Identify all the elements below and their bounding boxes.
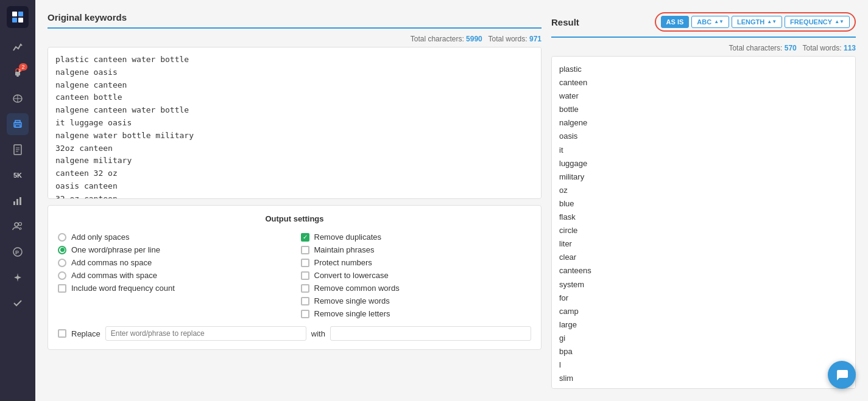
setting-add-only-spaces[interactable]: Add only spaces xyxy=(58,231,289,243)
sidebar-item-print[interactable] xyxy=(7,113,29,135)
result-list: plastic canteen water bottle nalgene oas… xyxy=(551,56,856,389)
with-label: with xyxy=(311,329,325,338)
sidebar-logo[interactable] xyxy=(7,6,29,28)
sidebar-item-5k[interactable]: 5K xyxy=(7,164,29,186)
setting-protect-numbers[interactable]: Protect numbers xyxy=(301,256,532,269)
frequency-arrows: ▲▼ xyxy=(834,19,844,24)
sort-as-is-button[interactable]: AS IS xyxy=(661,16,690,28)
sidebar-item-check[interactable] xyxy=(7,292,29,314)
result-title: Result xyxy=(551,17,579,27)
alerts-badge: 2 xyxy=(19,63,27,71)
replace-checkbox[interactable] xyxy=(58,329,66,338)
checkbox-convert-lowercase[interactable] xyxy=(301,271,309,280)
label-remove-duplicates: Remove duplicates xyxy=(314,232,382,242)
label-one-word-per-line: One word/phrase per line xyxy=(71,245,160,254)
result-item: flask xyxy=(559,211,848,224)
setting-remove-duplicates[interactable]: ✓ Remove duplicates xyxy=(301,231,532,243)
svg-rect-0 xyxy=(12,12,17,16)
label-add-only-spaces: Add only spaces xyxy=(71,232,129,242)
checkbox-maintain-phrases[interactable] xyxy=(301,246,309,254)
svg-point-22 xyxy=(15,223,18,226)
result-item: plastic xyxy=(559,63,848,76)
label-remove-single-words: Remove single words xyxy=(314,296,390,305)
original-stats: Total characters: 5990 Total words: 971 xyxy=(48,31,542,47)
checkbox-include-word-frequency[interactable] xyxy=(58,284,66,293)
settings-grid: Add only spaces One word/phrase per line… xyxy=(58,231,531,320)
setting-maintain-phrases[interactable]: Maintain phrases xyxy=(301,243,532,256)
sidebar-item-document[interactable] xyxy=(7,139,29,161)
keywords-textarea[interactable]: plastic canteen water bottle nalgene oas… xyxy=(48,47,542,199)
sidebar-item-users[interactable] xyxy=(7,215,29,237)
checkbox-protect-numbers[interactable] xyxy=(301,259,309,267)
sort-length-button[interactable]: LENGTH ▲▼ xyxy=(732,16,782,28)
setting-include-word-frequency[interactable]: Include word frequency count xyxy=(58,282,289,295)
chat-button[interactable] xyxy=(828,361,856,389)
sidebar-item-analytics[interactable] xyxy=(7,37,29,58)
label-add-commas-no-space: Add commas no space xyxy=(71,258,152,267)
total-words-value-result: 113 xyxy=(844,44,856,52)
result-item: bpa xyxy=(559,345,848,358)
result-item: water xyxy=(559,89,848,103)
setting-convert-lowercase[interactable]: Convert to lowercase xyxy=(301,269,532,282)
checkbox-remove-duplicates[interactable]: ✓ xyxy=(301,233,309,242)
radio-one-word-per-line[interactable] xyxy=(58,246,66,254)
sidebar-item-chart[interactable] xyxy=(7,190,29,212)
result-item: canteens xyxy=(559,264,848,277)
checkbox-remove-single-letters[interactable] xyxy=(301,310,309,318)
result-item: bottle xyxy=(559,103,848,116)
total-chars-label-orig: Total characters: xyxy=(411,35,464,43)
svg-rect-7 xyxy=(15,72,20,75)
result-item: oasis xyxy=(559,130,848,143)
setting-remove-single-words[interactable]: Remove single words xyxy=(301,295,532,307)
result-item: liter xyxy=(559,237,848,251)
setting-add-commas-with-space[interactable]: Add commas with space xyxy=(58,269,289,282)
settings-left-col: Add only spaces One word/phrase per line… xyxy=(58,231,289,320)
result-item: blue xyxy=(559,197,848,211)
svg-rect-19 xyxy=(13,201,15,205)
replace-label: Replace xyxy=(71,329,101,338)
svg-rect-1 xyxy=(18,12,23,16)
sort-abc-button[interactable]: ABC ▲▼ xyxy=(691,16,729,28)
output-settings-title: Output settings xyxy=(58,214,531,223)
sidebar: 2 2 5K P xyxy=(0,0,35,401)
result-item: military xyxy=(559,170,848,184)
setting-one-word-per-line[interactable]: One word/phrase per line xyxy=(58,243,289,256)
sidebar-item-premium[interactable]: P xyxy=(7,241,29,263)
label-remove-common-words: Remove common words xyxy=(314,284,400,293)
radio-add-commas-no-space[interactable] xyxy=(58,259,66,267)
sidebar-item-alerts[interactable]: 2 2 xyxy=(7,62,29,84)
result-item: luggage xyxy=(559,157,848,170)
setting-remove-single-letters[interactable]: Remove single letters xyxy=(301,307,532,320)
svg-rect-21 xyxy=(19,197,21,205)
sidebar-item-brain[interactable] xyxy=(7,88,29,110)
checkbox-remove-common-words[interactable] xyxy=(301,284,309,293)
result-item: it xyxy=(559,144,848,157)
setting-add-commas-no-space[interactable]: Add commas no space xyxy=(58,256,289,269)
main-content: Original keywords Total characters: 5990… xyxy=(35,0,868,401)
result-item: canteen xyxy=(559,76,848,89)
sort-buttons-group: AS IS ABC ▲▼ LENGTH ▲▼ FREQUENCY ▲▼ xyxy=(655,12,856,32)
checkbox-remove-single-words[interactable] xyxy=(301,297,309,305)
result-item: oz xyxy=(559,184,848,197)
result-item: large xyxy=(559,318,848,332)
right-panel: Result AS IS ABC ▲▼ LENGTH ▲▼ FREQUENCY … xyxy=(551,12,856,389)
total-chars-value-orig: 5990 xyxy=(466,35,482,43)
sidebar-item-magic[interactable] xyxy=(7,267,29,288)
total-chars-label-result: Total characters: xyxy=(729,44,782,52)
total-words-label-result: Total words: xyxy=(803,44,842,52)
svg-rect-20 xyxy=(16,199,18,205)
with-input[interactable] xyxy=(330,326,531,341)
replace-row: Replace with xyxy=(58,326,531,341)
sort-frequency-button[interactable]: FREQUENCY ▲▼ xyxy=(785,16,850,28)
label-protect-numbers: Protect numbers xyxy=(314,258,372,267)
original-keywords-header: Original keywords xyxy=(48,12,542,29)
svg-rect-13 xyxy=(15,120,20,123)
setting-remove-common-words[interactable]: Remove common words xyxy=(301,282,532,295)
abc-arrows: ▲▼ xyxy=(714,19,724,24)
radio-add-commas-with-space[interactable] xyxy=(58,271,66,280)
result-header: Result AS IS ABC ▲▼ LENGTH ▲▼ FREQUENCY … xyxy=(551,12,856,38)
radio-add-only-spaces[interactable] xyxy=(58,233,66,242)
total-words-value-orig: 971 xyxy=(529,35,542,43)
replace-input[interactable] xyxy=(105,326,306,341)
label-maintain-phrases: Maintain phrases xyxy=(314,245,375,254)
